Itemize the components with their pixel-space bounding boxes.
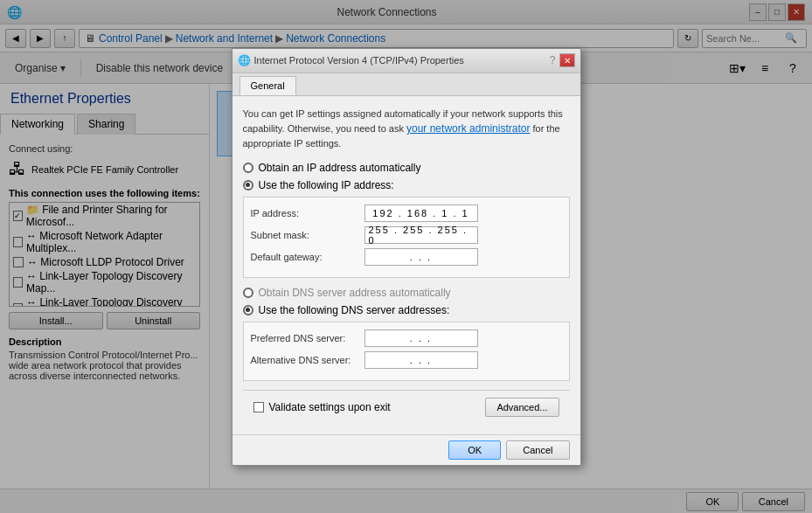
dialog-title: Internet Protocol Version 4 (TCP/IPv4) P… — [254, 55, 546, 66]
dialog-help-icon[interactable]: ? — [550, 54, 556, 66]
dialog-body: You can get IP settings assigned automat… — [232, 96, 580, 434]
subnet-mask-row: Subnet mask: 255 . 255 . 255 . 0 — [251, 226, 562, 244]
dialog-footer: Validate settings upon exit Advanced... — [243, 390, 570, 424]
advanced-button[interactable]: Advanced... — [485, 398, 559, 417]
preferred-dns-row: Preferred DNS server: . . . — [251, 329, 562, 347]
auto-dns-label: Obtain DNS server address automatically — [259, 287, 451, 299]
manual-ip-radio-row[interactable]: Use the following IP address: — [243, 179, 570, 191]
admin-link[interactable]: your network administrator — [406, 122, 530, 135]
alt-dns-input[interactable]: . . . — [364, 351, 478, 369]
subnet-mask-label: Subnet mask: — [251, 230, 364, 240]
validate-label: Validate settings upon exit — [269, 401, 391, 413]
auto-dns-radio-row[interactable]: Obtain DNS server address automatically — [243, 287, 570, 299]
auto-ip-label: Obtain an IP address automatically — [259, 162, 421, 174]
auto-ip-radio[interactable] — [243, 163, 253, 173]
ip-address-label: IP address: — [251, 208, 364, 218]
dialog-ok-button[interactable]: OK — [448, 440, 501, 460]
ip-address-row: IP address: 192 . 168 . 1 . 1 — [251, 205, 562, 222]
manual-ip-radio[interactable] — [243, 180, 253, 191]
validate-row[interactable]: Validate settings upon exit — [253, 401, 391, 413]
manual-dns-radio-row[interactable]: Use the following DNS server addresses: — [243, 304, 570, 316]
validate-checkbox[interactable] — [253, 402, 264, 412]
auto-ip-radio-row[interactable]: Obtain an IP address automatically — [243, 162, 570, 174]
alt-dns-row: Alternative DNS server: . . . — [251, 351, 562, 369]
dns-section: Obtain DNS server address automatically … — [243, 287, 570, 381]
dialog-title-bar: 🌐 Internet Protocol Version 4 (TCP/IPv4)… — [232, 49, 580, 73]
ip-address-input[interactable]: 192 . 168 . 1 . 1 — [364, 205, 478, 222]
gateway-row: Default gateway: . . . — [251, 248, 562, 266]
gateway-input[interactable]: . . . — [364, 248, 478, 266]
manual-ip-label: Use the following IP address: — [259, 179, 394, 191]
dialog-tab-general[interactable]: General — [239, 76, 296, 95]
manual-dns-label: Use the following DNS server addresses: — [259, 304, 450, 316]
manual-dns-radio[interactable] — [243, 305, 253, 315]
dialog-main-footer: OK Cancel — [232, 434, 580, 465]
dialog-info: You can get IP settings assigned automat… — [243, 107, 570, 151]
auto-dns-radio[interactable] — [243, 288, 253, 298]
dialog-app-icon: 🌐 — [238, 54, 251, 66]
subnet-mask-input[interactable]: 255 . 255 . 255 . 0 — [364, 226, 478, 244]
dialog-close-button[interactable]: ✕ — [559, 53, 575, 67]
preferred-dns-input[interactable]: . . . — [364, 329, 478, 347]
tcpip-dialog: 🌐 Internet Protocol Version 4 (TCP/IPv4)… — [232, 48, 581, 466]
dialog-cancel-button[interactable]: Cancel — [506, 440, 569, 460]
preferred-dns-label: Preferred DNS server: — [251, 333, 364, 343]
ip-section: Obtain an IP address automatically Use t… — [243, 162, 570, 278]
alt-dns-label: Alternative DNS server: — [251, 355, 364, 365]
modal-overlay: 🌐 Internet Protocol Version 4 (TCP/IPv4)… — [0, 0, 812, 513]
ip-fields-group: IP address: 192 . 168 . 1 . 1 Subnet mas… — [243, 197, 570, 278]
dns-fields-group: Preferred DNS server: . . . Alternative … — [243, 322, 570, 381]
gateway-label: Default gateway: — [251, 252, 364, 262]
dialog-tab-strip: General — [232, 73, 580, 96]
